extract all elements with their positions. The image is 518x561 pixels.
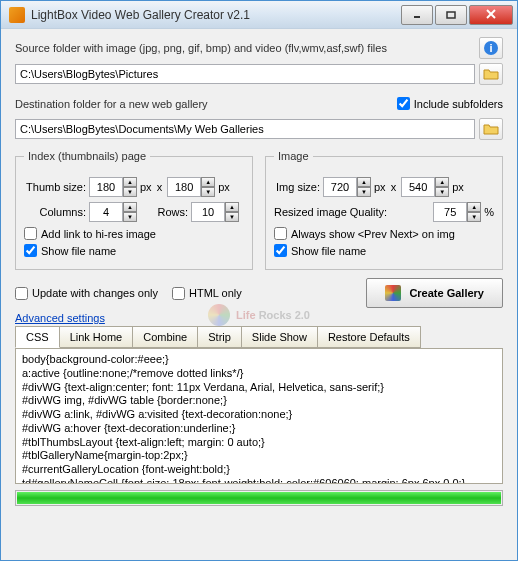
folder-icon bbox=[483, 122, 499, 136]
img-showname-label: Show file name bbox=[291, 245, 366, 257]
prevnext-checkbox[interactable] bbox=[274, 227, 287, 240]
tab-slideshow[interactable]: Slide Show bbox=[241, 326, 318, 348]
thumb-showname-label: Show file name bbox=[41, 245, 116, 257]
tab-combine[interactable]: Combine bbox=[132, 326, 198, 348]
img-size-label: Img size: bbox=[274, 181, 320, 193]
svg-rect-1 bbox=[447, 12, 455, 18]
spin-down[interactable]: ▼ bbox=[467, 212, 481, 222]
spin-up[interactable]: ▲ bbox=[123, 202, 137, 212]
create-gallery-button[interactable]: Create Gallery bbox=[366, 278, 503, 308]
info-button[interactable]: i bbox=[479, 37, 503, 59]
spin-down[interactable]: ▼ bbox=[357, 187, 371, 197]
dest-path-input[interactable] bbox=[15, 119, 475, 139]
include-subfolders-checkbox[interactable] bbox=[397, 97, 410, 110]
svg-text:i: i bbox=[489, 42, 492, 54]
tab-css[interactable]: CSS bbox=[15, 326, 60, 348]
hires-checkbox[interactable] bbox=[24, 227, 37, 240]
maximize-button[interactable] bbox=[435, 5, 467, 25]
dest-label: Destination folder for a new web gallery bbox=[15, 98, 393, 110]
rows-input[interactable] bbox=[191, 202, 225, 222]
img-width-input[interactable] bbox=[323, 177, 357, 197]
progress-bar bbox=[15, 490, 503, 506]
spin-up[interactable]: ▲ bbox=[467, 202, 481, 212]
dest-browse-button[interactable] bbox=[479, 118, 503, 140]
quality-input[interactable] bbox=[433, 202, 467, 222]
spin-down[interactable]: ▼ bbox=[225, 212, 239, 222]
rows-label: Rows: bbox=[148, 206, 188, 218]
tab-strip[interactable]: Strip bbox=[197, 326, 242, 348]
img-height-input[interactable] bbox=[401, 177, 435, 197]
spin-down[interactable]: ▼ bbox=[123, 212, 137, 222]
thumbnails-fieldset: Index (thumbnails) page Thumb size: ▲▼ p… bbox=[15, 150, 253, 270]
thumb-width-input[interactable] bbox=[89, 177, 123, 197]
quality-label: Resized image Quality: bbox=[274, 206, 430, 218]
folder-icon bbox=[483, 67, 499, 81]
prevnext-label: Always show <Prev Next> on img bbox=[291, 228, 455, 240]
spin-up[interactable]: ▲ bbox=[123, 177, 137, 187]
include-subfolders-label: Include subfolders bbox=[414, 98, 503, 110]
close-button[interactable] bbox=[469, 5, 513, 25]
spin-down[interactable]: ▼ bbox=[435, 187, 449, 197]
thumb-size-label: Thumb size: bbox=[24, 181, 86, 193]
spin-up[interactable]: ▲ bbox=[225, 202, 239, 212]
thumb-showname-checkbox[interactable] bbox=[24, 244, 37, 257]
source-browse-button[interactable] bbox=[479, 63, 503, 85]
spin-down[interactable]: ▼ bbox=[201, 187, 215, 197]
columns-label: Columns: bbox=[24, 206, 86, 218]
update-only-checkbox[interactable] bbox=[15, 287, 28, 300]
source-label: Source folder with image (jpg, png, gif,… bbox=[15, 42, 475, 54]
image-fieldset: Image Img size: ▲▼ px x ▲▼ px Resized im… bbox=[265, 150, 503, 270]
window-title: LightBox Video Web Gallery Creator v2.1 bbox=[31, 8, 401, 22]
update-only-label: Update with changes only bbox=[32, 287, 158, 299]
thumb-height-input[interactable] bbox=[167, 177, 201, 197]
gallery-icon bbox=[385, 285, 401, 301]
css-textarea[interactable]: body{background-color:#eee;} a:active {o… bbox=[15, 348, 503, 484]
html-only-label: HTML only bbox=[189, 287, 242, 299]
spin-up[interactable]: ▲ bbox=[357, 177, 371, 187]
minimize-button[interactable] bbox=[401, 5, 433, 25]
app-icon bbox=[9, 7, 25, 23]
tab-link-home[interactable]: Link Home bbox=[59, 326, 134, 348]
hires-label: Add link to hi-res image bbox=[41, 228, 156, 240]
advanced-settings-link[interactable]: Advanced settings bbox=[15, 312, 105, 324]
tabs: CSS Link Home Combine Strip Slide Show R… bbox=[15, 326, 503, 348]
spin-up[interactable]: ▲ bbox=[201, 177, 215, 187]
image-legend: Image bbox=[274, 150, 313, 162]
source-path-input[interactable] bbox=[15, 64, 475, 84]
html-only-checkbox[interactable] bbox=[172, 287, 185, 300]
spin-down[interactable]: ▼ bbox=[123, 187, 137, 197]
tab-restore-defaults[interactable]: Restore Defaults bbox=[317, 326, 421, 348]
spin-up[interactable]: ▲ bbox=[435, 177, 449, 187]
columns-input[interactable] bbox=[89, 202, 123, 222]
img-showname-checkbox[interactable] bbox=[274, 244, 287, 257]
thumbnails-legend: Index (thumbnails) page bbox=[24, 150, 150, 162]
